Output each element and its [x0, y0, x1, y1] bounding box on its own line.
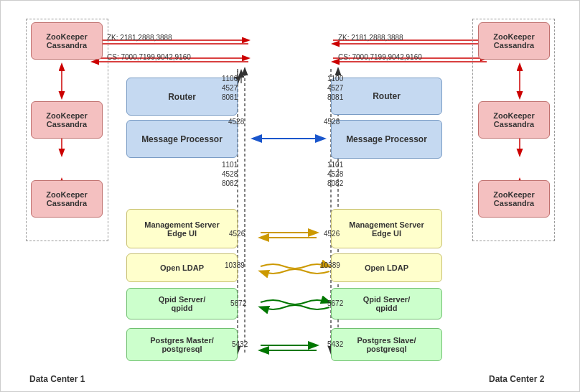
router-right: Router	[331, 78, 442, 115]
postgres-master: Postgres Master/ postgresql	[126, 328, 238, 361]
cs-port-label-left: CS: 7000,7199,9042,9160	[107, 52, 191, 62]
router-left: Router	[126, 78, 238, 116]
router-port-left: 1100 4527 8081	[222, 74, 238, 102]
zk-cassandra-right-2: ZooKeeper Cassandra	[478, 101, 550, 139]
message-processor-right: Message Processor	[331, 120, 442, 159]
postgres-port-left: 5432	[232, 340, 248, 349]
mp-port-bottom-right: 1101 4528 8082	[327, 160, 343, 188]
router-port-right: 1100 4527 8081	[327, 74, 343, 102]
cs-port-label-right: CS: 7000,7199,9042,9160	[338, 52, 422, 62]
qpid-left: Qpid Server/ qpidd	[126, 288, 238, 319]
dc2-label: Data Center 2	[489, 374, 544, 384]
mgmt-port-left: 4526	[229, 229, 245, 238]
zk-port-label-right: ZK: 2181,2888,3888	[338, 33, 403, 42]
postgres-port-right: 5432	[327, 340, 343, 349]
management-server-right: Management Server Edge UI	[331, 209, 442, 248]
open-ldap-right: Open LDAP	[331, 253, 442, 282]
postgres-slave: Postgres Slave/ postgresql	[331, 328, 442, 361]
mgmt-port-right: 4526	[324, 229, 340, 238]
qpid-port-right: 5672	[327, 299, 343, 308]
zk-cassandra-left-2: ZooKeeper Cassandra	[31, 101, 103, 139]
zk-cassandra-right-1: ZooKeeper Cassandra	[478, 22, 550, 60]
qpid-right: Qpid Server/ qpidd	[331, 288, 442, 319]
zk-cassandra-right-3: ZooKeeper Cassandra	[478, 180, 550, 218]
qpid-port-left: 5672	[230, 299, 246, 308]
mp-port-top-left: 4528	[228, 117, 244, 126]
management-server-left: Management Server Edge UI	[126, 209, 238, 248]
zk-cassandra-left-3: ZooKeeper Cassandra	[31, 180, 103, 218]
dc1-label: Data Center 1	[29, 374, 85, 384]
open-ldap-left: Open LDAP	[126, 253, 238, 282]
mp-port-bottom-left: 1101 4528 8082	[222, 160, 238, 188]
mp-port-top-right: 4528	[324, 117, 340, 126]
ldap-port-left: 10389	[225, 261, 245, 270]
zk-port-label-left: ZK: 2181,2888,3888	[107, 33, 172, 42]
message-processor-left: Message Processor	[126, 120, 238, 158]
main-diagram: ZooKeeper Cassandra ZooKeeper Cassandra …	[0, 0, 580, 392]
ldap-port-right: 10389	[320, 261, 340, 270]
zk-cassandra-left-1: ZooKeeper Cassandra	[31, 22, 103, 60]
